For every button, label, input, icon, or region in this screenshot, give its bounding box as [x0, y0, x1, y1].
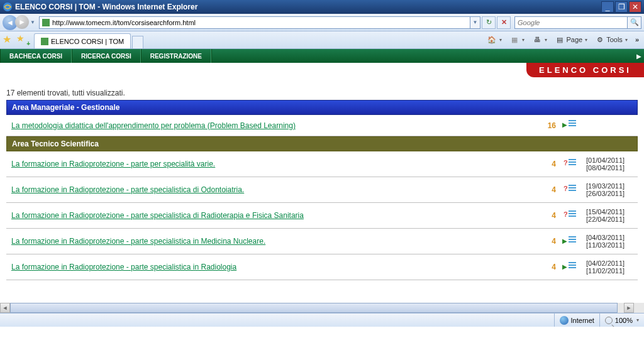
- address-input[interactable]: [52, 19, 467, 26]
- site-menubar: BACHECA CORSI RICERCA CORSI REGISTRAZION…: [0, 49, 644, 63]
- gear-icon: ⚙: [595, 35, 605, 45]
- active-tab[interactable]: ELENCO CORSI | TOM: [34, 33, 131, 48]
- tools-menu-label: Tools: [606, 36, 623, 43]
- menu-ricerca[interactable]: RICERCA CORSI: [72, 49, 141, 63]
- course-arrow-icon[interactable]: ▶: [566, 236, 576, 245]
- menu-scroll-right-icon[interactable]: ▶: [636, 49, 641, 63]
- globe-icon: [560, 316, 569, 325]
- section-header: Area Manageriale - Gestionale: [6, 100, 638, 115]
- printer-icon: 🖶: [532, 35, 542, 45]
- course-count: 4: [536, 254, 561, 280]
- rss-icon: ▦: [509, 35, 519, 45]
- site-favicon-icon: [42, 19, 50, 26]
- course-row: La formazione in Radioprotezione - parte…: [6, 151, 638, 177]
- course-dates: [04/02/2011][11/02/2011]: [581, 254, 638, 280]
- address-dropdown[interactable]: ▼: [470, 16, 480, 29]
- course-row: La formazione in Radioprotezione - parte…: [6, 177, 638, 203]
- course-dates: [04/03/2011][11/03/2011]: [581, 229, 638, 254]
- close-button[interactable]: ✕: [629, 1, 641, 13]
- course-link[interactable]: La metodologia didattica dell'apprendime…: [11, 121, 296, 130]
- menu-registrazione[interactable]: REGISTRAZIONE: [141, 49, 211, 63]
- status-bar: Internet 100% ▾: [0, 313, 644, 327]
- horizontal-scrollbar[interactable]: ◄ ►: [0, 303, 634, 313]
- feeds-button[interactable]: ▦▾: [507, 33, 527, 46]
- restore-button[interactable]: ❐: [615, 1, 628, 13]
- tab-label: ELENCO CORSI | TOM: [51, 38, 124, 45]
- course-link[interactable]: La formazione in Radioprotezione - parte…: [11, 185, 244, 194]
- result-count: 17 elementi trovati, tutti visualizzati.: [6, 89, 638, 97]
- scroll-right-button[interactable]: ►: [624, 303, 634, 313]
- zoom-icon: [605, 317, 613, 324]
- course-count: 4: [536, 177, 561, 203]
- search-go-button[interactable]: 🔍: [628, 16, 641, 29]
- page-menu-button[interactable]: ▤Page▾: [552, 33, 590, 46]
- course-question-icon[interactable]: ?: [566, 210, 576, 219]
- section-header: Area Tecnico Scientifica: [6, 136, 638, 151]
- window-titlebar: ELENCO CORSI | TOM - Windows Internet Ex…: [0, 0, 644, 14]
- course-question-icon[interactable]: ?: [566, 159, 576, 168]
- scroll-corner: [634, 303, 644, 313]
- zone-label: Internet: [571, 317, 594, 324]
- add-favorite-icon[interactable]: ★: [16, 33, 29, 46]
- course-dates: [01/04/2011][08/04/2011]: [581, 151, 638, 177]
- refresh-button[interactable]: ↻: [482, 16, 496, 29]
- address-field[interactable]: [39, 16, 470, 29]
- scroll-left-button[interactable]: ◄: [0, 303, 10, 313]
- search-input[interactable]: [518, 19, 625, 26]
- forward-button[interactable]: ►: [15, 15, 29, 29]
- tab-bar: ★ ★ ELENCO CORSI | TOM 🏠▾ ▦▾ 🖶▾ ▤Page▾ ⚙…: [0, 31, 644, 49]
- course-question-icon[interactable]: ?: [566, 185, 576, 194]
- nav-bar: ◄ ► ▼ ▼ ↻ ✕ 🔍: [0, 14, 644, 31]
- page-icon: ▤: [555, 35, 565, 45]
- course-row: La formazione in Radioprotezione - parte…: [6, 229, 638, 254]
- course-count: 16: [536, 115, 561, 136]
- page-menu-label: Page: [566, 36, 582, 43]
- course-row: La metodologia didattica dell'apprendime…: [6, 115, 638, 136]
- security-zone[interactable]: Internet: [554, 313, 599, 327]
- home-button[interactable]: 🏠▾: [484, 33, 504, 46]
- zoom-control[interactable]: 100% ▾: [599, 313, 644, 327]
- favorites-icon[interactable]: ★: [3, 33, 15, 46]
- course-arrow-icon[interactable]: ▶: [566, 262, 576, 271]
- course-dates: [15/04/2011][22/04/2011]: [581, 203, 638, 229]
- course-row: La formazione in Radioprotezione - parte…: [6, 254, 638, 280]
- new-tab-button[interactable]: [132, 36, 143, 48]
- course-dates: [19/03/2011][26/03/2011]: [581, 177, 638, 203]
- course-count: 4: [536, 229, 561, 254]
- scroll-thumb[interactable]: [10, 303, 618, 313]
- print-button[interactable]: 🖶▾: [530, 33, 550, 46]
- zoom-value: 100%: [615, 317, 633, 324]
- course-link[interactable]: La formazione in Radioprotezione - parte…: [11, 263, 236, 271]
- course-link[interactable]: La formazione in Radioprotezione - parte…: [11, 211, 304, 220]
- course-count: 4: [536, 151, 561, 177]
- stop-button[interactable]: ✕: [497, 16, 511, 29]
- course-arrow-icon[interactable]: ▶: [566, 120, 576, 129]
- course-link[interactable]: La formazione in Radioprotezione - parte…: [11, 160, 215, 168]
- ie-logo-icon: [3, 2, 13, 12]
- search-box[interactable]: [514, 16, 628, 29]
- page-banner: ELENCO CORSI: [526, 63, 644, 77]
- menu-bacheca[interactable]: BACHECA CORSI: [0, 49, 72, 63]
- content-area: BACHECA CORSI RICERCA CORSI REGISTRAZION…: [0, 49, 644, 327]
- nav-history-dropdown[interactable]: ▼: [29, 15, 36, 30]
- window-title: ELENCO CORSI | TOM - Windows Internet Ex…: [15, 3, 600, 11]
- tab-favicon-icon: [41, 38, 48, 45]
- tools-menu-button[interactable]: ⚙Tools▾: [592, 33, 630, 46]
- home-icon: 🏠: [487, 35, 497, 45]
- course-count: 4: [536, 203, 561, 229]
- minimize-button[interactable]: _: [601, 1, 614, 13]
- course-row: La formazione in Radioprotezione - parte…: [6, 203, 638, 229]
- toolbar-chevron[interactable]: »: [633, 35, 641, 45]
- course-dates: [581, 115, 638, 136]
- page-header: ELENCO CORSI: [0, 63, 644, 77]
- course-link[interactable]: La formazione in Radioprotezione - parte…: [11, 237, 265, 246]
